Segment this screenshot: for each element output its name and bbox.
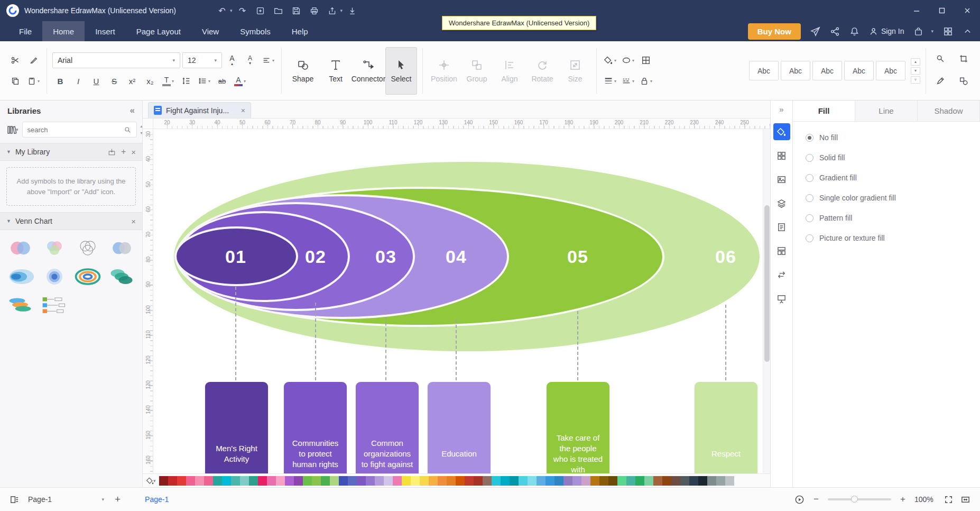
palette-swatch[interactable] — [159, 476, 168, 486]
palette-swatch[interactable] — [204, 476, 213, 486]
venn-symbol-concentric-rings[interactable] — [72, 263, 105, 290]
palette-swatch[interactable] — [626, 476, 635, 486]
palette-swatch[interactable] — [698, 476, 707, 486]
position-button[interactable]: Position — [428, 47, 460, 95]
venn-symbol-2-circles-blue[interactable] — [105, 234, 138, 262]
palette-swatch[interactable] — [501, 476, 510, 486]
templates-panel-icon[interactable] — [773, 242, 790, 259]
shopping-bag-icon[interactable] — [913, 26, 923, 36]
palette-swatch[interactable] — [240, 476, 249, 486]
radio-icon[interactable] — [806, 154, 813, 162]
snap-grid-icon[interactable] — [638, 52, 654, 68]
library-prev-icon[interactable]: ▴ — [141, 124, 143, 129]
palette-swatch[interactable] — [546, 476, 554, 486]
style-preset-1[interactable]: Abc — [749, 61, 779, 80]
option-no-fill[interactable]: No fill — [806, 133, 967, 142]
styles-scroll-up-icon[interactable]: ▴ — [911, 58, 920, 66]
notes-panel-icon[interactable] — [773, 218, 790, 235]
radio-icon[interactable] — [806, 194, 813, 202]
palette-swatch[interactable] — [716, 476, 725, 486]
menu-home[interactable]: Home — [42, 21, 85, 41]
venn-card-05[interactable]: Take care of the people who is treated w… — [547, 382, 609, 473]
radio-icon[interactable] — [806, 134, 813, 142]
select-tool-button[interactable]: Select — [385, 47, 417, 95]
swap-panel-icon[interactable] — [773, 266, 790, 283]
export-caret[interactable]: ▾ — [340, 8, 343, 13]
toolbar-position-button[interactable] — [345, 3, 360, 18]
palette-swatch[interactable] — [554, 476, 563, 486]
connector-tool-button[interactable]: Connector — [353, 47, 384, 95]
palette-swatch[interactable] — [456, 476, 465, 486]
page-view-icon[interactable] — [10, 495, 20, 505]
venn-symbol-2-circles[interactable] — [4, 234, 37, 262]
italic-icon[interactable]: I — [70, 73, 86, 89]
palette-swatch[interactable] — [519, 476, 528, 486]
menu-symbols[interactable]: Symbols — [229, 21, 281, 41]
font-color-icon[interactable]: A▾ — [232, 73, 248, 89]
palette-swatch[interactable] — [537, 476, 546, 486]
palette-swatch[interactable] — [635, 476, 644, 486]
open-folder-button[interactable] — [270, 3, 286, 18]
palette-swatch[interactable] — [384, 476, 393, 486]
shape-tool-button[interactable]: Shape — [287, 47, 319, 95]
palette-swatch[interactable] — [662, 476, 671, 486]
palette-swatch[interactable] — [375, 476, 384, 486]
zoom-slider[interactable] — [828, 498, 891, 500]
crop-icon[interactable] — [955, 51, 973, 67]
venn-symbol-stacked-discs[interactable] — [4, 291, 37, 319]
palette-swatch[interactable] — [285, 476, 294, 486]
palette-swatch[interactable] — [177, 476, 186, 486]
styles-scroll-down-icon[interactable]: ▾ — [911, 67, 920, 75]
style-preset-4[interactable]: Abc — [844, 61, 874, 80]
palette-swatch[interactable] — [168, 476, 177, 486]
radio-icon[interactable] — [806, 174, 813, 182]
venn-symbol-3-circles-pastel[interactable] — [38, 234, 71, 262]
palette-swatch[interactable] — [689, 476, 698, 486]
collapse-panel-icon[interactable]: « — [130, 105, 135, 116]
line-weight-icon[interactable]: ▾ — [602, 73, 618, 89]
bullet-list-icon[interactable]: ▾ — [196, 73, 212, 89]
palette-swatch[interactable] — [563, 476, 572, 486]
shape-outline-icon[interactable]: ▾ — [620, 52, 636, 68]
venn-chart-section-header[interactable]: ▼ Venn Chart × — [0, 212, 142, 230]
venn-card-02[interactable]: Communities to protect human rights — [284, 382, 347, 473]
menu-page-layout[interactable]: Page Layout — [126, 21, 191, 41]
palette-swatch[interactable] — [231, 476, 240, 486]
new-document-button[interactable] — [252, 3, 268, 18]
palette-swatch[interactable] — [312, 476, 321, 486]
close-button[interactable] — [955, 0, 980, 21]
send-feedback-icon[interactable] — [810, 26, 820, 36]
page-tab-active[interactable]: Page-1 — [145, 495, 169, 504]
my-library-section-header[interactable]: ▼ My Library + × — [0, 143, 142, 161]
palette-swatch[interactable] — [483, 476, 492, 486]
palette-swatch[interactable] — [492, 476, 501, 486]
close-my-library-icon[interactable]: × — [131, 148, 136, 157]
vertical-scrollbar[interactable] — [763, 129, 770, 473]
dash-style-icon[interactable]: ▾ — [620, 73, 636, 89]
scrollbar-thumb[interactable] — [764, 205, 770, 362]
palette-swatch[interactable] — [429, 476, 438, 486]
palette-swatch[interactable] — [608, 476, 617, 486]
page-setup-panel-icon[interactable] — [773, 147, 790, 164]
palette-swatch[interactable] — [393, 476, 402, 486]
style-preset-5[interactable]: Abc — [876, 61, 905, 80]
palette-swatch[interactable] — [581, 476, 590, 486]
canvas[interactable]: 01Men's Right Activity02Communities to p… — [153, 129, 763, 473]
option-pattern-fill[interactable]: Pattern fill — [806, 214, 967, 222]
palette-swatch[interactable] — [186, 476, 195, 486]
font-family-dropdown[interactable]: Arial▾ — [52, 52, 180, 68]
palette-swatch[interactable] — [195, 476, 204, 486]
palette-swatch[interactable] — [590, 476, 599, 486]
search-icon[interactable] — [124, 126, 132, 134]
decrease-font-icon[interactable]: A▾ — [242, 52, 258, 68]
bag-caret[interactable]: ▾ — [931, 29, 933, 34]
menu-file[interactable]: File — [8, 21, 42, 41]
palette-swatch[interactable] — [402, 476, 411, 486]
vertical-ruler[interactable]: 30405060708090100110120130140150160 — [143, 129, 153, 473]
palette-swatch[interactable] — [276, 476, 285, 486]
radio-icon[interactable] — [806, 234, 813, 242]
fit-to-window-icon[interactable] — [960, 495, 970, 505]
align-button[interactable]: Align — [494, 47, 525, 95]
print-button[interactable] — [306, 3, 322, 18]
increase-font-icon[interactable]: A▴ — [224, 52, 240, 68]
